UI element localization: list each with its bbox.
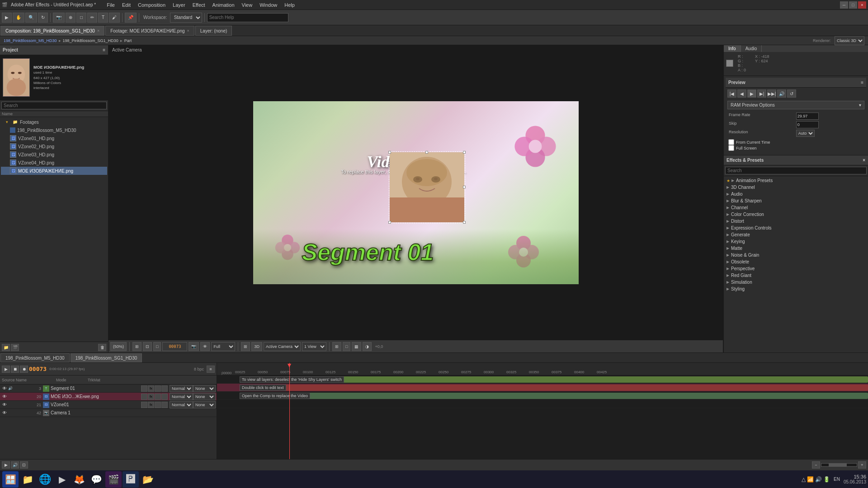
tl-bottom-btn-3[interactable]: ⊡ bbox=[20, 461, 28, 469]
layer-switch-3-vz[interactable] bbox=[155, 402, 161, 408]
puppet-tool[interactable]: 📌 bbox=[125, 13, 137, 23]
layer-switch-1-s01[interactable] bbox=[141, 385, 147, 392]
3d-button[interactable]: 3D bbox=[251, 342, 262, 351]
layer-visibility-vzone[interactable]: 👁 bbox=[1, 401, 8, 408]
tl-record-button[interactable]: ⏺ bbox=[20, 366, 28, 373]
effect-color-correction[interactable]: ▶ Color Correction bbox=[725, 211, 867, 218]
taskbar-ps-icon[interactable]: 🅿 bbox=[123, 471, 139, 488]
effect-channel[interactable]: ▶ Channel bbox=[725, 204, 867, 211]
track-vzone[interactable]: Open the Comp to replace the Video bbox=[217, 392, 868, 400]
layer-name-segment01[interactable]: Segment 01 bbox=[51, 386, 141, 391]
pixel-motion-button[interactable]: ▦ bbox=[352, 342, 361, 351]
current-time-input[interactable] bbox=[162, 342, 187, 351]
layer-switch-3-s01[interactable] bbox=[155, 385, 161, 392]
renderer-dropdown[interactable]: Classic 3D bbox=[835, 36, 864, 45]
new-folder-button[interactable]: 📁 bbox=[2, 344, 10, 351]
taskbar-chrome-icon[interactable]: 🌐 bbox=[37, 471, 53, 488]
anchor-tool[interactable]: ⊕ bbox=[66, 13, 75, 23]
taskbar-explorer-icon[interactable]: 📁 bbox=[19, 471, 36, 488]
tree-item-moe-image[interactable]: 🖼 МОЕ ИЗОБРАЖЕНИЕ.png bbox=[1, 167, 107, 175]
effect-matte[interactable]: ▶ Matte bbox=[725, 245, 867, 252]
layer-switch-3-moe[interactable] bbox=[155, 394, 161, 400]
view-mode-button[interactable]: □ bbox=[343, 342, 350, 351]
transparency-button[interactable]: ⊞ bbox=[241, 342, 250, 351]
playhead[interactable] bbox=[289, 375, 290, 459]
frame-rate-input[interactable] bbox=[796, 113, 819, 120]
tab-layer[interactable]: Layer: (none) bbox=[195, 26, 232, 36]
layer-switch-4-moe[interactable] bbox=[161, 394, 168, 400]
zoom-to-fit-button[interactable]: (50%) bbox=[110, 342, 127, 351]
layer-switch-2-s01[interactable]: fx bbox=[148, 385, 154, 392]
menu-item-window[interactable]: Window bbox=[256, 1, 281, 9]
next-frame-button[interactable]: ▶| bbox=[757, 89, 766, 98]
taskbar-ae-icon[interactable]: 🎬 bbox=[105, 471, 122, 488]
layer-trk-vzone[interactable]: None bbox=[193, 401, 216, 408]
vc-safe-zones-button[interactable]: □ bbox=[153, 342, 161, 351]
tray-volume-icon[interactable]: 🔊 bbox=[815, 476, 822, 483]
taskbar-start-button[interactable]: 🪟 bbox=[2, 471, 19, 488]
layer-switch-2-moe[interactable]: fx bbox=[148, 394, 154, 400]
layer-visibility-camera[interactable]: 👁 bbox=[1, 409, 8, 417]
handle-tl[interactable] bbox=[388, 151, 391, 154]
maximize-button[interactable]: □ bbox=[849, 1, 857, 9]
comp-timeline-2[interactable]: 198_PinkBlossom_SG1_HD30 bbox=[63, 38, 118, 43]
goto-first-frame-button[interactable]: |◀ bbox=[727, 89, 736, 98]
show-snapshot-button[interactable]: 👁 bbox=[200, 342, 210, 351]
tree-item-vzone02[interactable]: 🖼 VZone02_HD.png bbox=[1, 142, 107, 150]
effects-search-input[interactable] bbox=[725, 167, 867, 174]
layer-switch-1-vz[interactable] bbox=[141, 402, 147, 408]
effect-styling[interactable]: ▶ Styling bbox=[725, 286, 867, 292]
effect-audio[interactable]: ▶ Audio bbox=[725, 191, 867, 197]
layer-visibility-segment01[interactable]: 👁 bbox=[1, 385, 8, 392]
menu-item-file[interactable]: File bbox=[103, 1, 118, 9]
effect-distort[interactable]: ▶ Distort bbox=[725, 218, 867, 225]
camera-dropdown[interactable]: Active Camera bbox=[264, 342, 301, 351]
tree-item-comp[interactable]: 198_PinkBlossom_M5_HD30 bbox=[1, 126, 107, 134]
composition-canvas[interactable]: Video To replace this layer, select it i… bbox=[253, 101, 579, 284]
snapshot-button[interactable]: 📷 bbox=[189, 342, 199, 351]
exposure-button[interactable]: ◑ bbox=[363, 342, 372, 351]
layer-trk-segment01[interactable]: None bbox=[193, 385, 216, 392]
tl-playback-button[interactable]: ▶ bbox=[2, 366, 10, 373]
resolution-select[interactable]: AutoFullHalf bbox=[796, 130, 815, 137]
select-tool[interactable]: ▶ bbox=[2, 13, 12, 23]
minimize-button[interactable]: ─ bbox=[840, 1, 848, 9]
effect-noise-grain[interactable]: ▶ Noise & Grain bbox=[725, 252, 867, 258]
tree-folder-footages[interactable]: ▾ 📁 Footages bbox=[1, 118, 107, 126]
tree-item-vzone04[interactable]: 🖼 VZone04_HD.png bbox=[1, 159, 107, 167]
tl-zoom-out-button[interactable]: − bbox=[812, 461, 820, 469]
close-footage-tab[interactable]: × bbox=[187, 28, 189, 33]
vc-toggle-button[interactable]: ⊡ bbox=[143, 342, 152, 351]
effects-close-icon[interactable]: × bbox=[863, 158, 865, 163]
handle-tm[interactable] bbox=[425, 151, 428, 154]
handle-tr[interactable] bbox=[463, 151, 466, 154]
brush-tool[interactable]: 🖌 bbox=[109, 13, 120, 23]
effect-red-giant[interactable]: ▶ Red Giant bbox=[725, 272, 867, 279]
track-camera[interactable] bbox=[217, 400, 868, 408]
view-options-button[interactable]: ⊞ bbox=[332, 342, 341, 351]
effect-expression-controls[interactable]: ▶ Expression Controls bbox=[725, 225, 867, 231]
skip-input[interactable] bbox=[796, 121, 819, 128]
effect-perspective[interactable]: ▶ Perspective bbox=[725, 265, 867, 272]
timeline-tab-2[interactable]: 198_PinkBlossom_SG1_HD30 bbox=[71, 353, 142, 362]
tab-footage[interactable]: Footage: МОЕ ИЗОБРАЖЕНИЕ.png × bbox=[105, 26, 194, 36]
tab-audio[interactable]: Audio bbox=[741, 45, 762, 52]
layer-visibility-moe[interactable]: 👁 bbox=[1, 393, 8, 400]
layer-switch-4-s01[interactable] bbox=[161, 385, 168, 392]
play-button[interactable]: ▶ bbox=[747, 89, 756, 98]
layer-mode-segment01[interactable]: Normal bbox=[170, 385, 193, 392]
tl-zoom-slider[interactable] bbox=[821, 463, 857, 467]
effect-obsolete[interactable]: ▶ Obsolete bbox=[725, 258, 867, 265]
tray-battery-icon[interactable]: 🔋 bbox=[823, 476, 830, 483]
layer-switch-4-vz[interactable] bbox=[161, 402, 168, 408]
handle-mr[interactable] bbox=[463, 186, 466, 188]
composition-viewer[interactable]: Active Camera bbox=[108, 45, 723, 340]
tree-item-vzone01[interactable]: 🖼 VZone01_HD.png bbox=[1, 134, 107, 142]
layer-trk-moe[interactable]: None bbox=[193, 393, 216, 400]
effect-generate[interactable]: ▶ Generate bbox=[725, 231, 867, 238]
pen-tool[interactable]: ✏ bbox=[87, 13, 97, 23]
track-moe[interactable]: Double click to edit text bbox=[217, 384, 868, 392]
layer-audio-segment01[interactable]: 🔊 bbox=[8, 386, 15, 390]
tab-composition[interactable]: Composition: 198_PinkBlossom_SG1_HD30 × bbox=[0, 26, 104, 36]
taskbar-chat-icon[interactable]: 💬 bbox=[88, 471, 104, 488]
